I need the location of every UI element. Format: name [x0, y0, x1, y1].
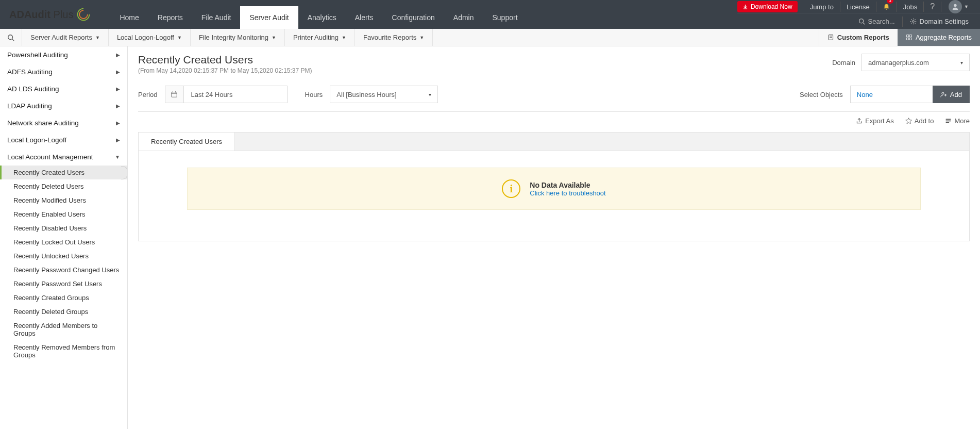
objects-label: Select Objects	[800, 91, 843, 98]
svg-line-5	[12, 39, 14, 41]
nav-configuration[interactable]: Configuration	[383, 6, 444, 29]
brand-logo: ADAudit Plus	[0, 0, 100, 29]
nav-file-audit[interactable]: File Audit	[192, 6, 241, 29]
sidebar-item-modified-users[interactable]: Recently Modified Users	[0, 193, 127, 207]
chevron-down-icon: ▼	[95, 35, 100, 40]
sidebar-group-local-account[interactable]: Local Account Management▼	[0, 148, 127, 166]
sidebar-item-deleted-groups[interactable]: Recently Deleted Groups	[0, 305, 127, 319]
period-value: Last 24 Hours	[184, 86, 287, 103]
svg-rect-10	[909, 35, 911, 37]
aggregate-reports-button[interactable]: Aggregate Reports	[898, 29, 980, 46]
sidebar-item-pwd-set[interactable]: Recently Password Set Users	[0, 277, 127, 291]
search-icon	[7, 34, 14, 41]
sidebar-item-disabled-users[interactable]: Recently Disabled Users	[0, 221, 127, 235]
chevron-right-icon: ▶	[116, 103, 120, 109]
subnav-printer-auditing[interactable]: Printer Auditing▼	[285, 29, 355, 46]
sidebar-group-ldap[interactable]: LDAP Auditing▶	[0, 97, 127, 114]
add-user-icon	[940, 91, 947, 98]
star-icon	[905, 118, 912, 124]
nav-home[interactable]: Home	[110, 6, 148, 29]
sidebar-group-adlds[interactable]: AD LDS Auditing▶	[0, 80, 127, 97]
svg-point-3	[912, 21, 914, 23]
tab-recently-created-users[interactable]: Recently Created Users	[139, 133, 235, 151]
svg-rect-22	[946, 122, 950, 123]
download-now-button[interactable]: Download Now	[737, 1, 798, 12]
logo-swirl-icon	[76, 7, 91, 22]
chevron-right-icon: ▶	[116, 52, 120, 58]
user-menu[interactable]: ▼	[941, 0, 976, 13]
nav-admin[interactable]: Admin	[444, 6, 483, 29]
nav-server-audit[interactable]: Server Audit	[240, 6, 298, 29]
main-content: Recently Created Users (From May 14,2020…	[128, 46, 980, 429]
chevron-down-icon: ▼	[964, 4, 969, 9]
objects-input[interactable]: None	[850, 86, 933, 103]
sub-toolbar: Server Audit Reports▼ Local Logon-Logoff…	[0, 29, 980, 46]
search-reports-button[interactable]	[0, 29, 22, 46]
custom-reports-label: Custom Reports	[837, 34, 889, 41]
period-picker[interactable]: Last 24 Hours	[165, 86, 288, 103]
download-icon	[742, 4, 748, 10]
chevron-down-icon: ▼	[419, 35, 424, 40]
page-title: Recently Created Users	[138, 54, 312, 66]
help-icon: ?	[930, 2, 935, 11]
custom-reports-button[interactable]: Custom Reports	[819, 29, 898, 46]
sidebar-group-adfs[interactable]: ADFS Auditing▶	[0, 63, 127, 80]
domain-settings-button[interactable]: Domain Settings	[903, 18, 976, 25]
sidebar-item-lockedout-users[interactable]: Recently Locked Out Users	[0, 235, 127, 249]
more-icon	[945, 118, 952, 124]
chevron-down-icon: ▾	[960, 60, 963, 65]
nav-reports[interactable]: Reports	[148, 6, 192, 29]
sidebar-group-powershell[interactable]: Powershell Auditing▶	[0, 46, 127, 63]
hours-label: Hours	[305, 91, 323, 98]
brand-name-bold: ADAudit	[9, 9, 50, 20]
export-as-button[interactable]: Export As	[856, 117, 894, 125]
notification-count: 3	[887, 0, 893, 4]
help-button[interactable]: ?	[924, 0, 941, 14]
svg-line-2	[863, 23, 865, 24]
nav-support[interactable]: Support	[483, 6, 527, 29]
report-icon	[827, 34, 834, 41]
svg-rect-21	[946, 121, 951, 122]
subnav-local-logon-logoff[interactable]: Local Logon-Logoff▼	[109, 29, 191, 46]
sidebar-item-unlocked-users[interactable]: Recently Unlocked Users	[0, 249, 127, 263]
sidebar-item-created-groups[interactable]: Recently Created Groups	[0, 291, 127, 305]
no-data-title: No Data Available	[530, 181, 605, 189]
license-link[interactable]: License	[840, 0, 876, 14]
sidebar-item-removed-members[interactable]: Recently Removed Members from Groups	[0, 340, 127, 362]
nav-alerts[interactable]: Alerts	[346, 6, 383, 29]
subnav-file-integrity[interactable]: File Integrity Monitoring▼	[191, 29, 285, 46]
aggregate-reports-label: Aggregate Reports	[916, 34, 972, 41]
chevron-down-icon: ▼	[177, 35, 182, 40]
sidebar-item-enabled-users[interactable]: Recently Enabled Users	[0, 207, 127, 221]
jobs-link[interactable]: Jobs	[897, 0, 923, 14]
more-button[interactable]: More	[945, 117, 970, 125]
nav-analytics[interactable]: Analytics	[298, 6, 346, 29]
sidebar-item-pwd-changed[interactable]: Recently Password Changed Users	[0, 263, 127, 277]
hours-select[interactable]: All [Business Hours] ▾	[330, 86, 438, 103]
sidebar-item-added-members[interactable]: Recently Added Members to Groups	[0, 319, 127, 340]
calendar-icon	[165, 86, 184, 103]
sidebar-group-local-logon[interactable]: Local Logon-Logoff▶	[0, 131, 127, 148]
domain-settings-label: Domain Settings	[920, 18, 969, 25]
add-to-button[interactable]: Add to	[905, 117, 934, 125]
svg-rect-20	[946, 119, 951, 120]
result-tabs: Recently Created Users	[138, 132, 970, 151]
sidebar-item-created-users[interactable]: Recently Created Users	[0, 166, 127, 179]
add-objects-button[interactable]: Add	[933, 86, 970, 103]
svg-rect-11	[907, 38, 909, 40]
troubleshoot-link[interactable]: Click here to troubleshoot	[530, 189, 605, 197]
subnav-favourite-reports[interactable]: Favourite Reports▼	[355, 29, 433, 46]
subnav-server-audit-reports[interactable]: Server Audit Reports▼	[22, 29, 109, 46]
jump-to-link[interactable]: Jump to	[804, 0, 840, 14]
svg-point-17	[942, 92, 944, 94]
period-label: Period	[138, 91, 158, 98]
sidebar-group-network-share[interactable]: Network share Auditing▶	[0, 114, 127, 131]
global-search[interactable]: Search...	[851, 18, 902, 25]
domain-select[interactable]: admanagerplus.com ▾	[861, 54, 970, 71]
search-placeholder: Search...	[868, 18, 895, 25]
chevron-down-icon: ▼	[272, 35, 276, 40]
download-label: Download Now	[751, 3, 792, 10]
gear-icon	[910, 18, 917, 25]
notifications-button[interactable]: 3	[876, 0, 897, 14]
sidebar-item-deleted-users[interactable]: Recently Deleted Users	[0, 179, 127, 193]
